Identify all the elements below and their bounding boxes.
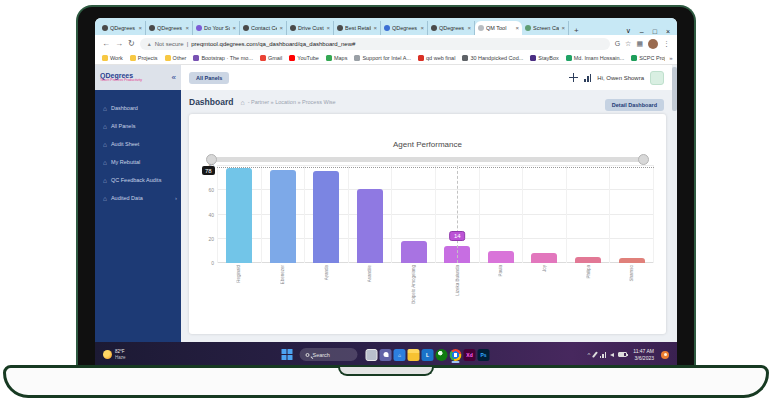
sidebar-item-audit-sheet[interactable]: ⌂Audit Sheet [95, 135, 181, 153]
bookmark-item[interactable]: Other [165, 55, 187, 61]
ps-icon-slot[interactable]: Ps [477, 346, 491, 363]
task-view-icon[interactable] [366, 349, 378, 361]
l-app-icon[interactable]: L [422, 349, 434, 361]
bookmark-item[interactable]: Gmail [260, 55, 282, 61]
xbox-icon-slot[interactable] [435, 346, 449, 363]
browser-tab[interactable]: QDegrees |× [146, 21, 193, 35]
maximize-icon[interactable]: □ [653, 28, 657, 35]
bar-chart-icon[interactable] [584, 74, 591, 82]
bar-joy[interactable] [531, 253, 557, 263]
xbox-icon[interactable] [436, 349, 448, 361]
tab-close-icon[interactable]: × [561, 25, 565, 31]
home-icon[interactable]: ⌂ [240, 99, 244, 106]
teams-icon[interactable] [380, 349, 392, 361]
volume-icon[interactable] [610, 353, 614, 357]
range-slider[interactable]: 78 [209, 157, 646, 162]
taskbar-clock[interactable]: 11:47 AM 3/6/2023 [633, 348, 654, 361]
l-app-icon-slot[interactable]: L [421, 346, 435, 363]
xd-icon-slot[interactable]: Xd [463, 346, 477, 363]
bookmark-item[interactable]: Support for Intel A... [354, 55, 411, 61]
bar-boipelo-amogelang[interactable] [401, 241, 427, 263]
tab-close-icon[interactable]: × [373, 25, 377, 31]
tab-close-icon[interactable]: × [467, 25, 471, 31]
tab-close-icon[interactable]: × [185, 25, 189, 31]
reload-icon[interactable]: ↻ [128, 40, 135, 48]
user-avatar[interactable] [650, 71, 664, 85]
chrome-icon-slot[interactable] [449, 346, 463, 363]
bar-shamso[interactable] [619, 258, 645, 263]
tab-close-icon[interactable]: × [515, 25, 519, 31]
bookmark-item[interactable]: YouTube [289, 55, 319, 61]
tab-close-icon[interactable]: × [138, 25, 142, 31]
sidebar-collapse-icon[interactable]: « [172, 73, 176, 82]
browser-tab[interactable]: Screen Cap× [522, 21, 569, 35]
explorer-icon-slot[interactable] [407, 346, 421, 363]
bar-reginald[interactable] [226, 168, 252, 263]
star-icon[interactable]: ☆ [625, 40, 631, 48]
bookmarks-overflow-icon[interactable]: » [665, 52, 677, 63]
scrollbar-thumb[interactable] [672, 67, 677, 111]
taskbar-search[interactable]: Search [300, 348, 358, 361]
close-icon[interactable]: × [666, 28, 670, 35]
all-panels-button[interactable]: All Panels [189, 72, 229, 84]
browser-tab[interactable]: Best Retail× [334, 21, 381, 35]
tab-search-chevron-icon[interactable]: ∨ [626, 27, 631, 35]
chrome-icon[interactable] [450, 349, 462, 361]
bar-ebenezer[interactable] [270, 170, 296, 263]
sidebar-item-my-rebuttal[interactable]: ⌂My Rebuttal [95, 153, 181, 171]
chevron-up-icon[interactable]: ^ [587, 352, 590, 358]
url-bar[interactable]: ▲ Not secure | preqmtool.qdegrees.com/qa… [140, 38, 610, 50]
browser-tab[interactable]: Drive Cust× [287, 21, 334, 35]
task-view-icon-slot[interactable] [365, 346, 379, 363]
sidebar-item-qc-feedback-audits[interactable]: ⌂QC Feedback Audits [95, 171, 181, 189]
start-button-icon[interactable] [282, 349, 293, 360]
bar-asandile[interactable] [357, 189, 383, 263]
extensions-icon[interactable]: ▦ [636, 40, 643, 48]
pen-icon[interactable] [592, 351, 598, 357]
minimize-icon[interactable]: – [640, 28, 644, 35]
store-icon-slot[interactable]: ⌂ [393, 346, 407, 363]
sidebar-item-all-panels[interactable]: ⌂All Panels [95, 117, 181, 135]
menu-kebab-icon[interactable]: ⋮ [663, 40, 670, 48]
browser-tab[interactable]: Do Your Su× [193, 21, 240, 35]
ps-icon[interactable]: Ps [478, 349, 490, 361]
browser-tab[interactable]: QDegrees |× [428, 21, 475, 35]
bookmark-item[interactable]: 30 Handpicked Cod... [462, 55, 523, 61]
tab-close-icon[interactable]: × [232, 25, 236, 31]
bookmark-item[interactable]: qd web final [418, 55, 455, 61]
bookmark-item[interactable]: Work [102, 55, 123, 61]
back-icon[interactable]: ← [102, 40, 110, 48]
page-scrollbar[interactable] [672, 65, 677, 342]
explorer-icon[interactable] [408, 349, 420, 361]
translate-icon[interactable]: G [615, 40, 620, 47]
new-tab-button[interactable]: + [574, 26, 579, 35]
signal-icon[interactable] [600, 352, 606, 358]
store-icon[interactable]: ⌂ [394, 349, 406, 361]
slider-handle-right[interactable] [638, 154, 649, 165]
bookmark-item[interactable]: Maps [326, 55, 347, 61]
browser-tab[interactable]: QDegrees |× [99, 21, 146, 35]
battery-icon[interactable] [618, 352, 627, 357]
teams-icon-slot[interactable] [379, 346, 393, 363]
browser-tab[interactable]: Contact Ce× [240, 21, 287, 35]
tab-close-icon[interactable]: × [326, 25, 330, 31]
bar-philipa[interactable] [575, 257, 601, 263]
bookmark-item[interactable]: Md. Imam Hossain... [566, 55, 624, 61]
expand-arrows-icon[interactable] [569, 73, 578, 82]
notification-badge[interactable] [661, 351, 669, 359]
detail-dashboard-button[interactable]: Detail Dashboard [605, 99, 664, 111]
bar-paula[interactable] [488, 251, 514, 263]
bookmark-item[interactable]: Projects [130, 55, 158, 61]
forward-icon[interactable]: → [115, 40, 123, 48]
tab-close-icon[interactable]: × [420, 25, 424, 31]
bookmark-item[interactable]: StayBox [530, 55, 558, 61]
sidebar-item-dashboard[interactable]: ⌂Dashboard [95, 99, 181, 117]
tab-close-icon[interactable]: × [279, 25, 283, 31]
bar-ayanda[interactable] [313, 171, 339, 263]
sidebar-item-audited-data[interactable]: ⌂Audited Data› [95, 189, 181, 207]
bookmark-item[interactable]: Bootstrap · The mo... [193, 55, 253, 61]
xd-icon[interactable]: Xd [464, 349, 476, 361]
browser-tab[interactable]: QM Tool× [475, 21, 522, 35]
weather-widget[interactable]: 82°F Haze [103, 349, 126, 360]
profile-avatar[interactable] [648, 39, 658, 49]
